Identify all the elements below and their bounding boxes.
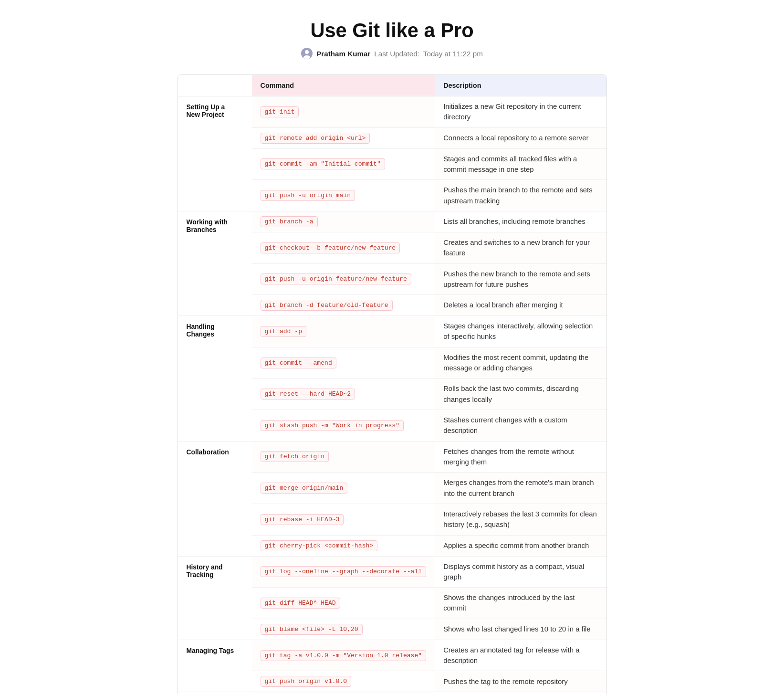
category-cell: Collaboration	[178, 441, 252, 556]
category-cell: Working withBranches	[178, 211, 252, 315]
description-cell: Pushes the tag to the remote repository	[435, 671, 606, 692]
table-row: History andTrackinggit log --oneline --g…	[178, 556, 606, 588]
git-commands-table: Command Description Setting Up aNew Proj…	[178, 75, 606, 694]
avatar	[301, 48, 313, 59]
command-code: git remote add origin <url>	[261, 133, 370, 144]
description-cell: Displays commit history as a compact, vi…	[435, 556, 606, 588]
command-cell: git remote -v	[252, 692, 435, 694]
command-cell: git merge origin/main	[252, 473, 435, 504]
command-cell: git diff HEAD^ HEAD	[252, 588, 435, 619]
description-cell: Pushes the new branch to the remote and …	[435, 263, 606, 295]
col-header-command: Command	[252, 75, 435, 96]
command-cell: git commit --amend	[252, 347, 435, 379]
main-table-wrapper: Command Description Setting Up aNew Proj…	[178, 74, 607, 694]
description-cell: Applies a specific commit from another b…	[435, 535, 606, 556]
command-cell: git branch -d feature/old-feature	[252, 295, 435, 316]
col-header-description: Description	[435, 75, 606, 96]
category-cell: HandlingChanges	[178, 316, 252, 442]
command-code: git cherry-pick <commit-hash>	[261, 540, 378, 551]
category-cell: HandlingRemotes	[178, 692, 252, 694]
description-cell: Deletes a local branch after merging it	[435, 295, 606, 316]
command-cell: git log --oneline --graph --decorate --a…	[252, 556, 435, 588]
category-cell: Setting Up aNew Project	[178, 96, 252, 211]
svg-point-1	[305, 50, 309, 54]
description-cell: Stages and commits all tracked files wit…	[435, 148, 606, 180]
table-row: Working withBranchesgit branch -aLists a…	[178, 211, 606, 232]
command-code: git checkout -b feature/new-feature	[261, 242, 400, 253]
description-cell: Modifies the most recent commit, updatin…	[435, 347, 606, 379]
command-cell: git checkout -b feature/new-feature	[252, 232, 435, 263]
command-code: git init	[261, 106, 299, 117]
command-code: git blame <file> -L 10,20	[261, 624, 363, 635]
table-row: Managing Tagsgit tag -a v1.0.0 -m "Versi…	[178, 640, 606, 671]
description-cell: Connects a local repository to a remote …	[435, 127, 606, 148]
description-cell: Fetches changes from the remote without …	[435, 441, 606, 473]
author-name: Pratham Kumar	[316, 50, 370, 58]
command-cell: git push origin v1.0.0	[252, 671, 435, 692]
command-code: git branch -d feature/old-feature	[261, 300, 393, 311]
last-updated-label: Last Updated:	[374, 50, 419, 58]
table-body: Setting Up aNew Projectgit initInitializ…	[178, 96, 606, 694]
command-code: git branch -a	[261, 216, 318, 227]
description-cell: Stages changes interactively, allowing s…	[435, 316, 606, 347]
command-code: git log --oneline --graph --decorate --a…	[261, 566, 427, 577]
description-cell: Rolls back the last two commits, discard…	[435, 379, 606, 410]
table-row: Setting Up aNew Projectgit initInitializ…	[178, 96, 606, 128]
command-cell: git rebase -i HEAD~3	[252, 504, 435, 535]
command-cell: git reset --hard HEAD~2	[252, 379, 435, 410]
command-code: git diff HEAD^ HEAD	[261, 598, 340, 609]
command-cell: git init	[252, 96, 435, 128]
description-cell: Initializes a new Git repository in the …	[435, 96, 606, 128]
command-code: git add -p	[261, 326, 306, 337]
command-code: git reset --hard HEAD~2	[261, 389, 355, 400]
command-cell: git fetch origin	[252, 441, 435, 473]
command-cell: git tag -a v1.0.0 -m "Version 1.0 releas…	[252, 640, 435, 671]
table-row: HandlingChangesgit add -pStages changes …	[178, 316, 606, 347]
command-cell: git push -u origin feature/new-feature	[252, 263, 435, 295]
description-cell: Shows who last changed lines 10 to 20 in…	[435, 619, 606, 640]
command-code: git merge origin/main	[261, 483, 348, 494]
command-cell: git remote add origin <url>	[252, 127, 435, 148]
command-cell: git cherry-pick <commit-hash>	[252, 535, 435, 556]
command-cell: git push -u origin main	[252, 180, 435, 211]
description-cell: Pushes the main branch to the remote and…	[435, 180, 606, 211]
command-cell: git branch -a	[252, 211, 435, 232]
page-container: Use Git like a Pro Pratham Kumar Last Up…	[178, 19, 607, 694]
last-updated-value: Today at 11:22 pm	[423, 50, 483, 58]
command-code: git push -u origin main	[261, 190, 355, 201]
description-cell: Creates an annotated tag for release wit…	[435, 640, 606, 671]
command-code: git commit -am "Initial commit"	[261, 158, 385, 169]
command-code: git push origin v1.0.0	[261, 676, 352, 687]
description-cell: Lists all branches, including remote bra…	[435, 211, 606, 232]
command-code: git stash push -m "Work in progress"	[261, 420, 404, 431]
description-cell: Stashes current changes with a custom de…	[435, 410, 606, 442]
command-code: git rebase -i HEAD~3	[261, 514, 344, 525]
description-cell: Merges changes from the remote's main br…	[435, 473, 606, 504]
category-cell: History andTracking	[178, 556, 252, 640]
svg-point-2	[303, 55, 310, 59]
author-row: Pratham Kumar Last Updated: Today at 11:…	[178, 48, 607, 59]
col-header-category	[178, 75, 252, 96]
description-cell: Lists all configured remote repositories…	[435, 692, 606, 694]
command-code: git push -u origin feature/new-feature	[261, 273, 411, 284]
description-cell: Interactively rebases the last 3 commits…	[435, 504, 606, 535]
command-code: git fetch origin	[261, 451, 329, 462]
command-cell: git add -p	[252, 316, 435, 347]
description-cell: Creates and switches to a new branch for…	[435, 232, 606, 263]
description-cell: Shows the changes introduced by the last…	[435, 588, 606, 619]
page-title: Use Git like a Pro	[178, 19, 607, 42]
category-cell: Managing Tags	[178, 640, 252, 692]
command-code: git commit --amend	[261, 358, 336, 368]
table-row: Collaborationgit fetch originFetches cha…	[178, 441, 606, 473]
table-row: HandlingRemotesgit remote -vLists all co…	[178, 692, 606, 694]
command-cell: git stash push -m "Work in progress"	[252, 410, 435, 442]
command-code: git tag -a v1.0.0 -m "Version 1.0 releas…	[261, 650, 427, 661]
command-cell: git blame <file> -L 10,20	[252, 619, 435, 640]
command-cell: git commit -am "Initial commit"	[252, 148, 435, 180]
table-header-row: Command Description	[178, 75, 606, 96]
